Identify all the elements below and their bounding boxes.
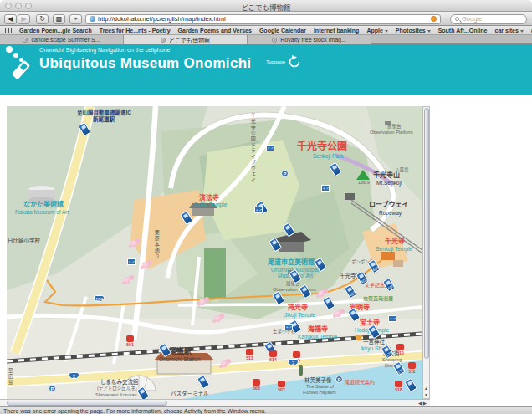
map-label: ロープウェイ [369, 202, 409, 208]
restroom-icon: ♀♂ [321, 185, 330, 192]
poi-red-icon[interactable]: 507 [278, 381, 285, 387]
tab-royalty-free-stock[interactable]: × Royalty free stock imag... [248, 35, 371, 44]
map-label: Nakata Museum of Art [15, 210, 69, 216]
address-bar[interactable]: http://dokohaku.net/pc/english/map/index… [85, 14, 441, 24]
map-label: 尾道駅 [169, 348, 192, 355]
poi-red-icon[interactable]: 518 [395, 381, 402, 387]
rss-icon[interactable] [431, 16, 437, 22]
map-label: Senkoji Park [313, 154, 344, 160]
map-label: Senkoji Temple [376, 247, 412, 253]
bookmark-item[interactable]: Garden Poem...gle Search [19, 28, 92, 33]
search-icon [455, 17, 459, 21]
restroom-icon: ♀♂ [388, 315, 396, 322]
browser-toolbar: ◀ ▶ ↻ ▩ + http://dokohaku.net/pc/english… [0, 12, 532, 26]
site-title: Ubiquitous Museum Onomichi [39, 55, 251, 72]
close-icon[interactable]: × [272, 38, 277, 43]
vertical-scroll-thumb[interactable] [424, 108, 429, 359]
parking-icon: P [49, 385, 56, 392]
vertical-scroll-arrows[interactable]: ▲▼ [423, 385, 429, 398]
cherry-blossom-icon [124, 277, 130, 284]
map-label: 栗原本通り [154, 230, 159, 259]
bookmark-item[interactable]: Garden Poems and Verses [178, 28, 252, 33]
add-bookmark-button[interactable]: + [69, 14, 82, 24]
bookmark-item[interactable]: Trees for He...nts - Poetry [100, 28, 171, 33]
restroom-icon: ♀♂ [284, 324, 293, 330]
parking-icon: P [335, 376, 343, 383]
toppage-link[interactable]: Toppage [266, 55, 301, 69]
tab-dokodemo-museum[interactable]: × どこでも博物館 [124, 35, 248, 44]
map-vertical-scrollbar[interactable]: ▲▼ [422, 106, 430, 399]
route-shield: 184 [94, 295, 105, 302]
map-label: Onomichi Station [159, 357, 201, 363]
poi-red-icon[interactable]: 508 [253, 379, 260, 386]
map-label: バスターミナル [171, 391, 209, 397]
sightseeing-map[interactable]: 至山陽自動車道尾道IC新尾道駅なかた美術館Nakata Museum of Ar… [7, 106, 422, 399]
map-label: Saiho Temple [194, 202, 227, 208]
bookmarks-icon[interactable] [5, 28, 12, 33]
poi-red-icon[interactable]: 511 [408, 362, 416, 369]
poi-red-icon[interactable]: 513 [246, 349, 253, 355]
map-label: 宝土寺 [360, 319, 380, 326]
map-label: 136.9 [358, 181, 370, 186]
close-icon[interactable]: × [23, 38, 28, 43]
map-label: 海福寺 [308, 326, 328, 333]
map-label: The Statue of [306, 385, 334, 390]
map-label: Shimanami Korukan [95, 393, 137, 398]
bookmark-item[interactable]: South Afr...Online [438, 28, 488, 33]
status-bar: There was one error opening the page. Fo… [0, 406, 532, 414]
bookmark-folder[interactable]: Photosites [396, 28, 431, 33]
close-icon[interactable]: × [161, 38, 166, 43]
tab-candle-scape[interactable]: × candle scape Summer S... [0, 35, 124, 44]
map-horizontal-scrollbar[interactable]: ◀ ▶ [0, 399, 430, 406]
map-label: なかた美術館 [23, 202, 64, 208]
route-shield: 2 [288, 359, 299, 365]
back-button[interactable]: ◀ [4, 14, 17, 24]
bookmark-folder[interactable]: Apple [366, 28, 387, 33]
horizontal-scroll-thumb[interactable] [7, 401, 167, 406]
map-label: 至広島 [8, 368, 13, 386]
map-label: 尾道観光案内 [345, 380, 375, 385]
circular-arrow-icon [288, 55, 301, 69]
bookmarks-bar: Garden Poem...gle Search Trees for He...… [0, 26, 532, 35]
google-search-field[interactable]: Google [450, 14, 527, 24]
restroom-icon: ♀♂ [254, 207, 263, 213]
route-shield: 2 [69, 372, 79, 379]
window-title: どこでも博物館 [0, 2, 532, 12]
chevron-down-icon [520, 30, 524, 33]
reload-button[interactable]: ↻ [36, 14, 49, 24]
site-header: Onomichi Sightseeing Navigation on the c… [0, 44, 532, 95]
cherry-blossom-icon [142, 262, 149, 268]
map-label: 持光寺 [288, 304, 308, 311]
chevron-down-icon [427, 30, 431, 33]
map-label: 日比崎小学校 [8, 238, 40, 244]
bookmark-item[interactable]: Google Calendar [259, 28, 306, 33]
bookmark-folder[interactable]: car sites [494, 28, 523, 33]
browser-window: どこでも博物館 ◀ ▶ ↻ ▩ + http://dokohaku.net/pc… [0, 0, 532, 414]
bookmark-item[interactable]: Internet banking [314, 28, 359, 33]
map-label: 千光寺公園ドライブウェイ [250, 113, 255, 183]
poi-red-icon[interactable]: 501 [126, 335, 134, 342]
restroom-icon: ♀♂ [127, 258, 136, 265]
cherry-blossom-icon [214, 315, 221, 322]
map-label: 展望台 [387, 125, 402, 130]
forward-button[interactable]: ▶ [18, 14, 30, 24]
map-label: 一宮神社 [363, 340, 385, 345]
map-label: Observation Platform [370, 130, 413, 135]
url-text: http://dokohaku.net/pc/english/map/index… [98, 15, 431, 23]
horizontal-scroll-arrows[interactable]: ◀ ▶ [418, 401, 427, 406]
restroom-icon: ♀♂ [266, 145, 274, 151]
status-message: There was one error opening the page. Fo… [0, 407, 532, 414]
map-label: Jikoji Temple [284, 313, 315, 319]
poi-red-icon[interactable]: 514 [269, 350, 277, 357]
map-label: Fumiko Hayashi [303, 391, 335, 396]
poi-red-icon[interactable]: 510 [396, 344, 404, 350]
report-bug-button[interactable]: ▩ [53, 14, 65, 24]
map-terrain-art [7, 106, 422, 399]
map-label: 千光寺山 [373, 172, 400, 179]
map-label: 新尾道駅 [93, 117, 115, 123]
map-label: しまなみ交流館 [100, 380, 139, 386]
cherry-blossom-icon [335, 310, 341, 317]
poi-red-icon[interactable]: 515 [293, 351, 300, 358]
map-label: 至山陽自動車道尾道IC [77, 110, 131, 116]
window-titlebar[interactable]: どこでも博物館 [0, 0, 532, 12]
